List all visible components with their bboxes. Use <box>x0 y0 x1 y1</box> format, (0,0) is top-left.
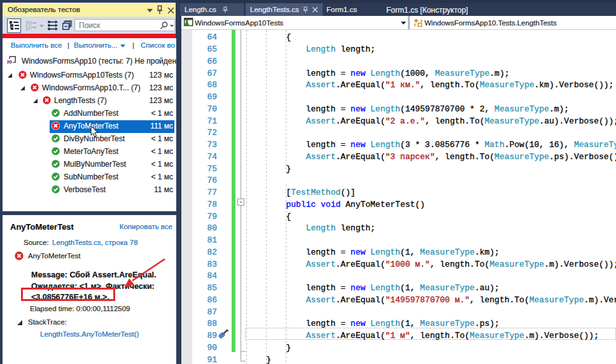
svg-text:∞: ∞ <box>7 57 12 65</box>
